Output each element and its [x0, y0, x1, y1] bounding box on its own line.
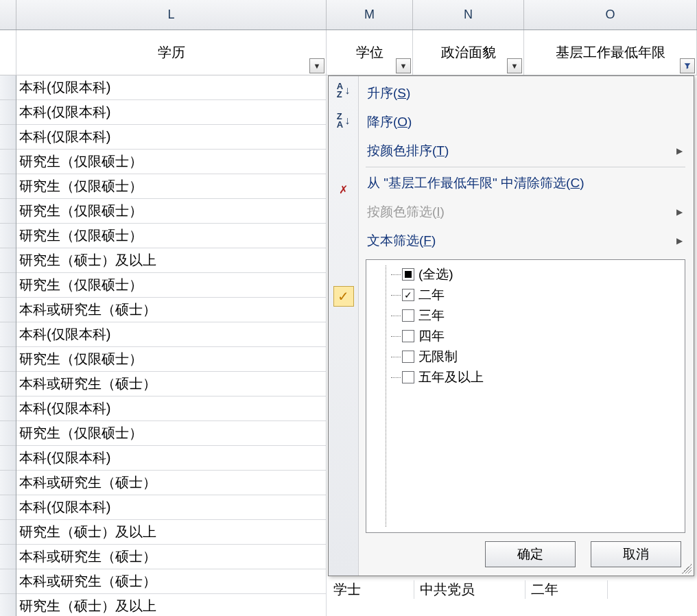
- cell-L[interactable]: 本科(仅限本科): [16, 125, 327, 150]
- data-column-L: 本科(仅限本科)本科(仅限本科)本科(仅限本科)研究生（仅限硕士）研究生（仅限硕…: [16, 75, 327, 616]
- filter-checklist[interactable]: (全选)二年三年四年无限制五年及以上: [366, 259, 685, 533]
- filter-option[interactable]: 五年及以上: [372, 367, 679, 388]
- col-letter-N[interactable]: N: [413, 0, 524, 29]
- cell-L[interactable]: 本科(仅限本科): [16, 322, 327, 347]
- funnel-icon: [684, 62, 691, 69]
- row-header[interactable]: [0, 199, 16, 224]
- menu-sort-desc[interactable]: 降序(O): [366, 108, 685, 137]
- row-header[interactable]: [0, 569, 16, 594]
- row-header[interactable]: [0, 545, 16, 569]
- resize-grip-icon[interactable]: [682, 564, 692, 573]
- filter-option-label: 无限制: [418, 348, 458, 366]
- row-header[interactable]: [0, 248, 16, 273]
- row-header[interactable]: [0, 100, 16, 125]
- cell-L[interactable]: 本科或研究生（硕士）: [16, 471, 327, 495]
- row-header[interactable]: [0, 224, 16, 248]
- col-letter-L[interactable]: L: [16, 0, 327, 29]
- row-header[interactable]: [0, 446, 16, 471]
- cell-L[interactable]: 研究生（仅限硕士）: [16, 174, 327, 199]
- row-header-column: [0, 75, 16, 616]
- row-header[interactable]: [0, 421, 16, 446]
- filter-button-L[interactable]: ▼: [309, 58, 324, 73]
- filter-option[interactable]: 无限制: [372, 346, 679, 367]
- cell-L[interactable]: 本科或研究生（硕士）: [16, 298, 327, 322]
- cell-L[interactable]: 研究生（硕士）及以上: [16, 520, 327, 545]
- cell-L[interactable]: 研究生（硕士）及以上: [16, 594, 327, 616]
- header-N-label: 政治面貌: [441, 43, 496, 62]
- cell-L[interactable]: 本科(仅限本科): [16, 495, 327, 520]
- clear-filter-icon: ✗: [333, 179, 354, 200]
- cell-L[interactable]: 本科(仅限本科): [16, 396, 327, 421]
- submenu-arrow-icon: ▶: [676, 146, 683, 156]
- header-M-label: 学位: [356, 43, 383, 62]
- filter-menu-main: 升序(S) 降序(O) 按颜色排序(T) ▶ 从 "基层工作最低年限" 中清除筛…: [359, 76, 694, 576]
- filter-option[interactable]: (全选): [372, 264, 679, 285]
- cell-L[interactable]: 研究生（硕士）及以上: [16, 248, 327, 273]
- cell-L[interactable]: 研究生（仅限硕士）: [16, 150, 327, 174]
- checkbox[interactable]: [402, 309, 414, 322]
- filter-button-O[interactable]: [680, 58, 695, 73]
- sort-asc-icon: AZ↓: [333, 80, 354, 101]
- cell-L[interactable]: 本科或研究生（硕士）: [16, 372, 327, 396]
- filter-button-M[interactable]: ▼: [396, 58, 411, 73]
- menu-clear-filter-label: 从 "基层工作最低年限" 中清除筛选(C): [367, 174, 584, 192]
- row-header[interactable]: [0, 495, 16, 520]
- filter-icon-column: AZ↓ ZA↓ ✗ ✓: [329, 76, 359, 576]
- cell-L[interactable]: 研究生（仅限硕士）: [16, 421, 327, 446]
- header-L-label: 学历: [158, 43, 185, 62]
- row-header[interactable]: [0, 273, 16, 298]
- header-M[interactable]: 学位 ▼: [327, 30, 413, 75]
- corner-cell: [0, 0, 16, 29]
- cell-L[interactable]: 研究生（仅限硕士）: [16, 224, 327, 248]
- filter-option[interactable]: 二年: [372, 285, 679, 305]
- cancel-button[interactable]: 取消: [591, 541, 681, 567]
- submenu-arrow-icon: ▶: [676, 236, 683, 246]
- row-header[interactable]: [0, 471, 16, 495]
- checkbox[interactable]: [402, 289, 414, 301]
- filter-option[interactable]: 四年: [372, 326, 679, 346]
- cell-L[interactable]: 本科(仅限本科): [16, 446, 327, 471]
- header-L[interactable]: 学历 ▼: [16, 30, 327, 75]
- filter-option-label: 五年及以上: [418, 368, 484, 386]
- menu-clear-filter[interactable]: 从 "基层工作最低年限" 中清除筛选(C): [366, 169, 685, 198]
- filter-option-label: 四年: [418, 327, 445, 345]
- row-header[interactable]: [0, 594, 16, 616]
- checkbox[interactable]: [402, 330, 414, 342]
- header-O-label: 基层工作最低年限: [556, 43, 665, 62]
- row-header[interactable]: [0, 322, 16, 347]
- row-header[interactable]: [0, 396, 16, 421]
- col-letter-M[interactable]: M: [327, 0, 413, 29]
- menu-filter-by-color: 按颜色筛选(I) ▶: [366, 198, 685, 226]
- column-letter-bar: L M N O: [0, 0, 697, 30]
- cell-L[interactable]: 研究生（仅限硕士）: [16, 273, 327, 298]
- ok-button[interactable]: 确定: [485, 541, 576, 567]
- cell-L[interactable]: 研究生（仅限硕士）: [16, 347, 327, 372]
- checkbox[interactable]: [402, 351, 414, 363]
- peek-N: 中共党员: [414, 580, 525, 599]
- filter-option[interactable]: 三年: [372, 305, 679, 326]
- row-header[interactable]: [0, 75, 16, 100]
- menu-sort-asc[interactable]: 升序(S): [366, 79, 685, 108]
- row-header[interactable]: [0, 347, 16, 372]
- menu-text-filter-label: 文本筛选(F): [367, 232, 436, 250]
- filter-button-N[interactable]: ▼: [507, 58, 522, 73]
- row-header[interactable]: [0, 520, 16, 545]
- row-header[interactable]: [0, 372, 16, 396]
- cell-L[interactable]: 研究生（仅限硕士）: [16, 199, 327, 224]
- cell-L[interactable]: 本科或研究生（硕士）: [16, 545, 327, 569]
- col-letter-O[interactable]: O: [524, 0, 697, 29]
- menu-sort-by-color[interactable]: 按颜色排序(T) ▶: [366, 137, 685, 165]
- cell-L[interactable]: 本科(仅限本科): [16, 100, 327, 125]
- checkbox[interactable]: [402, 268, 414, 281]
- menu-text-filter[interactable]: 文本筛选(F) ▶: [366, 226, 685, 255]
- cell-L[interactable]: 本科(仅限本科): [16, 75, 327, 100]
- header-N[interactable]: 政治面貌 ▼: [413, 30, 524, 75]
- row-header[interactable]: [0, 125, 16, 150]
- header-O[interactable]: 基层工作最低年限: [524, 30, 697, 75]
- row-header[interactable]: [0, 298, 16, 322]
- peek-M: 学士: [328, 580, 414, 599]
- row-header[interactable]: [0, 150, 16, 174]
- checkbox[interactable]: [402, 371, 414, 383]
- cell-L[interactable]: 本科或研究生（硕士）: [16, 569, 327, 594]
- row-header[interactable]: [0, 174, 16, 199]
